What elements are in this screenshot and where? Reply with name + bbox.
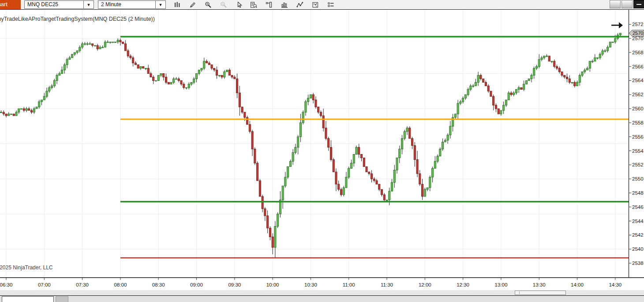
chart-tab-strip	[0, 296, 644, 302]
data-series-button[interactable]	[249, 1, 258, 8]
strategies-button[interactable]	[296, 1, 304, 8]
window-title-tab[interactable]: Chart	[0, 0, 21, 9]
instrument-selector[interactable]: MNQ DEC25 ▼	[24, 0, 94, 9]
price-tick-label: 2550	[632, 176, 644, 181]
time-tick-label: 08:30	[152, 282, 165, 287]
time-tick-label: 10:30	[304, 282, 317, 287]
time-tick-label: 07:30	[76, 282, 89, 287]
window-button[interactable]	[622, 0, 633, 8]
price-tick-label: 2558	[632, 120, 644, 125]
properties-button[interactable]	[326, 1, 335, 8]
time-tick-label: 12:00	[419, 282, 431, 287]
properties-icon	[327, 1, 334, 8]
time-axis[interactable]: 06:3007:0007:3008:0008:3009:0009:3010:00…	[0, 277, 644, 290]
chart-style-icon	[174, 1, 181, 8]
scrollbar-thumb[interactable]	[515, 291, 566, 295]
chart-region: 2572257025682566256425622560255825562554…	[0, 10, 644, 277]
add-tab-button[interactable]	[56, 296, 68, 302]
indicators-icon	[281, 1, 288, 8]
chart-trader-icon	[266, 1, 273, 8]
instrument-dropdown-button[interactable]: ▼	[83, 1, 94, 8]
interval-selector[interactable]: 2 Minute ▼	[98, 0, 166, 9]
price-chart-canvas[interactable]: 2572257025682566256425622560255825562554…	[0, 10, 644, 277]
last-price-marker: 2570.75	[629, 30, 644, 36]
time-tick-label: 09:00	[190, 282, 203, 287]
time-tick-label: 06:30	[0, 282, 12, 287]
price-tick-label: 2560	[632, 106, 644, 111]
time-tick-label: 13:00	[495, 282, 508, 287]
zoom-out-icon	[220, 1, 227, 8]
instrument-value: MNQ DEC25	[25, 1, 83, 8]
time-tick-label: 11:30	[381, 282, 393, 287]
chart-toolbar: Chart MNQ DEC25 ▼ 2 Minute ▼	[0, 0, 644, 10]
price-tick-label: 2542	[632, 232, 644, 238]
cursor-icon	[236, 1, 243, 8]
chart-style-button[interactable]	[173, 1, 182, 8]
zoom-out-button[interactable]	[219, 1, 228, 8]
cursor-button[interactable]	[235, 1, 243, 8]
window-button-minimize[interactable]	[633, 0, 644, 8]
price-tick-label: 2544	[632, 219, 644, 224]
pencil-icon	[189, 1, 196, 8]
time-tick-label: 10:00	[266, 282, 279, 287]
svg-text:2570.75: 2570.75	[633, 30, 644, 36]
price-tick-label: 2562	[632, 92, 644, 97]
chart-trader-button[interactable]	[265, 1, 273, 8]
time-tick-label: 13:30	[533, 282, 546, 287]
price-tick-label: 2548	[632, 190, 644, 196]
price-tick-label: 2568	[632, 50, 644, 55]
time-tick-label: 12:30	[457, 282, 469, 287]
strategy-label: myTradeLikeAProTargetTradingSystem(MNQ D…	[0, 16, 155, 22]
price-tick-label: 2556	[632, 134, 644, 140]
price-tick-label: 2554	[632, 148, 644, 154]
window-button[interactable]	[610, 0, 621, 8]
indicators-button[interactable]	[280, 1, 289, 8]
time-tick-label: 07:00	[38, 282, 51, 287]
strategies-icon	[296, 1, 303, 8]
price-tick-label: 2546	[632, 204, 644, 210]
ninjascript-icon	[312, 1, 319, 8]
horizontal-scrollbar[interactable]	[0, 290, 644, 295]
minimize-icon	[637, 4, 641, 5]
price-tick-label: 2552	[632, 162, 644, 167]
chart-bottom-tab[interactable]	[2, 296, 54, 302]
interval-value: 2 Minute	[98, 1, 155, 8]
zoom-in-icon	[205, 1, 212, 8]
drawing-tools-button[interactable]	[188, 1, 197, 8]
zoom-in-button[interactable]	[204, 1, 213, 8]
window-title-label: Chart	[0, 0, 21, 9]
time-tick-label: 08:00	[114, 282, 127, 287]
copyright-text: © 2025 NinjaTrader, LLC	[0, 264, 52, 271]
price-tick-label: 2566	[632, 64, 644, 69]
chevron-down-icon: ▼	[159, 3, 163, 7]
ninjatrader-chart-window: Chart MNQ DEC25 ▼ 2 Minute ▼	[0, 0, 644, 302]
ninjascript-button[interactable]	[311, 1, 320, 8]
interval-dropdown-button[interactable]: ▼	[155, 1, 165, 8]
price-tick-label: 2564	[632, 78, 644, 83]
chevron-down-icon: ▼	[87, 3, 91, 7]
data-series-icon	[250, 1, 257, 8]
price-tick-label: 2538	[632, 260, 644, 266]
last-bar-arrow-icon[interactable]	[611, 22, 623, 28]
price-tick-label: 2572	[632, 22, 644, 27]
price-tick-label: 2540	[632, 246, 644, 252]
time-tick-label: 09:30	[228, 282, 241, 287]
time-tick-label: 14:30	[609, 282, 622, 287]
price-tick-label: 2570	[632, 36, 644, 41]
time-tick-label: 14:00	[571, 282, 584, 287]
time-tick-label: 11:00	[343, 282, 355, 287]
